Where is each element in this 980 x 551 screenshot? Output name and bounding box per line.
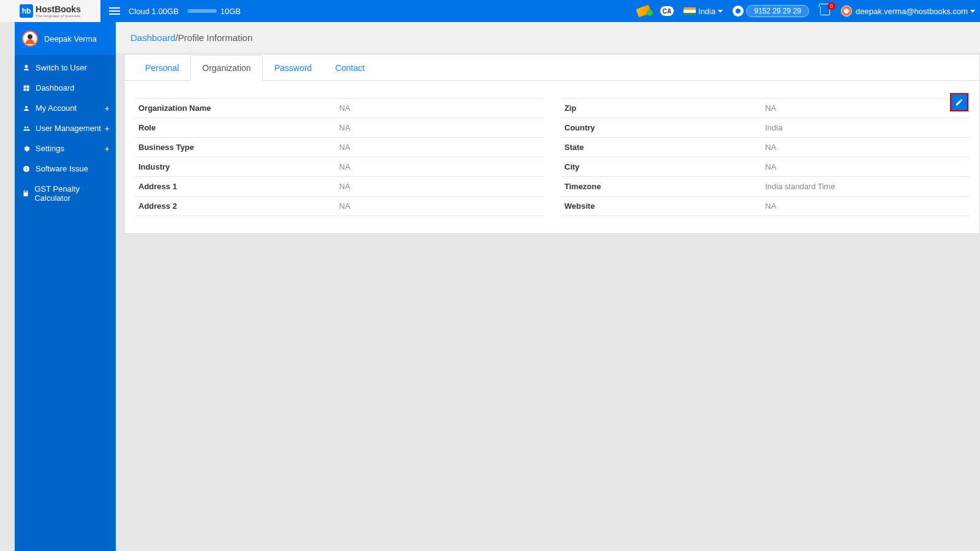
field-row: StateNA (561, 137, 970, 157)
sidebar-item-gst-penalty-calculator[interactable]: GST Penalty Calculator (15, 179, 116, 208)
sidebar-item-label: User Management (36, 124, 101, 133)
field-label: Zip (565, 103, 766, 113)
ticket-icon[interactable] (637, 7, 650, 15)
sidebar-item-software-issue[interactable]: Software Issue (15, 159, 116, 179)
org-right-column: ZipNACountryIndiaStateNACityNATimezoneIn… (561, 98, 970, 216)
edit-button[interactable] (950, 93, 968, 111)
field-label: Industry (138, 162, 339, 171)
field-label: Website (565, 201, 766, 211)
field-value: NA (339, 162, 540, 171)
field-row: Address 2NA (135, 196, 544, 216)
field-label: Timezone (565, 182, 766, 191)
chevron-down-icon (718, 10, 723, 13)
avatar-icon (841, 6, 852, 17)
calculator-icon (22, 190, 29, 197)
svg-rect-8 (26, 168, 27, 171)
chevron-down-icon (970, 10, 975, 13)
cart-badge: 0 (827, 2, 835, 10)
field-row: WebsiteNA (561, 196, 970, 216)
svg-rect-3 (27, 88, 29, 91)
pencil-icon (955, 98, 963, 107)
user-menu[interactable]: deepak.verma@hostbooks.com (841, 6, 975, 17)
sidebar-user-name: Deepak Verma (44, 34, 97, 43)
tab-password[interactable]: Password (263, 55, 323, 81)
field-row: IndustryNA (135, 157, 544, 176)
field-value: NA (765, 143, 966, 152)
cloud-usage-bar (187, 9, 217, 13)
field-row: Business TypeNA (135, 137, 544, 157)
country-selector[interactable]: India (684, 7, 723, 16)
field-row: CountryIndia (561, 118, 970, 137)
tab-contact[interactable]: Contact (323, 55, 376, 81)
svg-rect-11 (24, 192, 28, 193)
field-label: Address 2 (138, 201, 339, 211)
field-row: RoleNA (135, 118, 544, 137)
field-value: NA (765, 103, 966, 113)
svg-rect-0 (24, 85, 26, 88)
field-value: India standard Time (765, 182, 966, 191)
sidebar-item-settings[interactable]: Settings+ (15, 138, 116, 159)
dashboard-icon (22, 84, 31, 92)
field-value: NA (339, 182, 540, 191)
profile-panel: PersonalOrganizationPasswordContact Orga… (124, 54, 980, 234)
headset-icon (733, 6, 744, 17)
svg-rect-9 (26, 167, 27, 168)
field-label: Address 1 (138, 182, 339, 191)
sidebar-item-label: Settings (36, 144, 64, 153)
sidebar-item-label: My Account (36, 103, 77, 113)
field-row: TimezoneIndia standard Time (561, 176, 970, 196)
field-value: India (765, 123, 966, 132)
users-icon (22, 125, 31, 132)
field-value: NA (339, 123, 540, 132)
tab-organization[interactable]: Organization (190, 55, 262, 81)
field-value: NA (339, 143, 540, 152)
field-value: NA (765, 162, 966, 171)
hamburger-icon[interactable] (109, 7, 120, 15)
field-row: CityNA (561, 157, 970, 176)
user-icon (22, 64, 31, 72)
breadcrumb: Dashboard / Profile Information (116, 22, 980, 54)
svg-point-5 (24, 126, 26, 128)
avatar-icon (22, 31, 38, 47)
logo-badge: hb (20, 4, 33, 18)
svg-rect-1 (27, 85, 29, 88)
sidebar-item-dashboard[interactable]: Dashboard (15, 78, 116, 98)
country-label: India (698, 7, 715, 16)
account-icon (22, 105, 31, 112)
sidebar-item-label: Software Issue (36, 164, 88, 173)
cart-button[interactable]: 0 (820, 7, 830, 15)
field-label: City (565, 162, 766, 171)
topbar: hb HostBooks The language of business Cl… (0, 0, 980, 22)
sidebar-item-switch-to-user[interactable]: Switch to User (15, 58, 116, 78)
flag-icon (684, 7, 696, 15)
field-label: Business Type (138, 143, 339, 152)
breadcrumb-current: Profile Information (178, 32, 253, 43)
sidebar-item-label: GST Penalty Calculator (34, 184, 108, 203)
support-phone[interactable]: 9152 29 29 29 (733, 5, 809, 17)
logo[interactable]: hb HostBooks The language of business (0, 0, 100, 22)
info-icon (22, 165, 31, 173)
plus-icon: + (105, 103, 110, 113)
tab-personal[interactable]: Personal (134, 55, 190, 81)
sidebar-user[interactable]: Deepak Verma (15, 22, 116, 55)
sidebar-nav: Switch to UserDashboardMy Account+User M… (15, 55, 116, 211)
svg-rect-2 (24, 88, 26, 91)
field-label: Country (565, 123, 766, 132)
sidebar: Deepak Verma Switch to UserDashboardMy A… (15, 22, 116, 551)
main: Dashboard / Profile Information Personal… (116, 22, 980, 551)
sidebar-item-label: Dashboard (36, 83, 75, 92)
user-email: deepak.verma@hostbooks.com (856, 7, 968, 16)
tab-content: Organization NameNARoleNABusiness TypeNA… (125, 81, 979, 233)
sidebar-item-label: Switch to User (36, 63, 87, 72)
ca-badge[interactable]: CA (660, 6, 674, 16)
breadcrumb-root[interactable]: Dashboard (130, 32, 175, 43)
org-left-column: Organization NameNARoleNABusiness TypeNA… (135, 98, 544, 216)
field-value: NA (339, 103, 540, 113)
field-value: NA (339, 201, 540, 211)
sidebar-item-my-account[interactable]: My Account+ (15, 98, 116, 118)
field-label: Organization Name (138, 103, 339, 113)
sidebar-item-user-management[interactable]: User Management+ (15, 118, 116, 138)
field-row: Address 1NA (135, 176, 544, 196)
logo-text: HostBooks (36, 4, 81, 14)
cloud-total-label: 10GB (221, 7, 241, 16)
